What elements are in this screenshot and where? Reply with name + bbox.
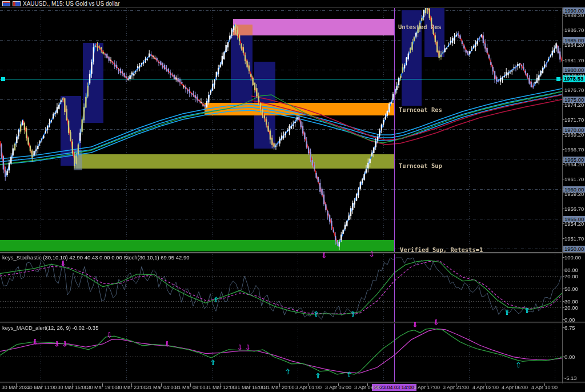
grid-icon	[2, 1, 10, 6]
time-axis[interactable]	[0, 383, 585, 392]
chart-title: XAUUSD., M15: US Gold vs US dollar	[23, 1, 120, 7]
panel-separator[interactable]	[0, 382, 585, 383]
price-axis[interactable]	[562, 7, 585, 383]
chart-title-bar: XAUUSD., M15: US Gold vs US dollar	[0, 0, 585, 8]
chart-icon	[13, 1, 21, 6]
mt4-chart-window: XAUUSD., M15: US Gold vs US dollar Untes…	[0, 0, 585, 392]
main-chart-area[interactable]	[0, 7, 562, 252]
axis-border-line	[562, 7, 563, 383]
panel-separator[interactable]	[0, 252, 585, 254]
panel-separator[interactable]	[0, 322, 585, 323]
stochastic-panel[interactable]	[0, 254, 562, 322]
macd-panel[interactable]	[0, 324, 562, 382]
